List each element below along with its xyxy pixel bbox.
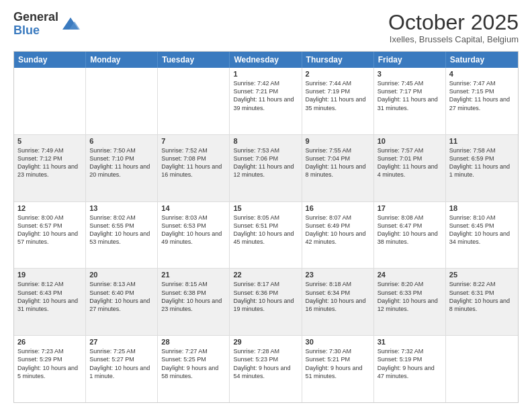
cal-week-1: 1Sunrise: 7:42 AM Sunset: 7:21 PM Daylig… [14,68,518,134]
calendar-body: 1Sunrise: 7:42 AM Sunset: 7:21 PM Daylig… [14,68,518,402]
day-content: Sunrise: 8:12 AM Sunset: 6:43 PM Dayligh… [17,280,82,313]
day-content: Sunrise: 7:58 AM Sunset: 6:59 PM Dayligh… [449,146,515,179]
day-number: 6 [89,137,154,145]
day-number: 18 [449,204,515,212]
cal-cell: 8Sunrise: 7:53 AM Sunset: 7:06 PM Daylig… [230,135,302,201]
cal-cell [158,68,230,134]
cal-cell: 18Sunrise: 8:10 AM Sunset: 6:45 PM Dayli… [446,202,518,269]
day-number: 19 [17,271,82,279]
logo: General Blue [13,11,80,38]
cal-week-5: 26Sunrise: 7:23 AM Sunset: 5:29 PM Dayli… [14,335,518,402]
day-content: Sunrise: 7:42 AM Sunset: 7:21 PM Dayligh… [233,79,298,112]
day-number: 3 [378,70,442,78]
day-content: Sunrise: 8:22 AM Sunset: 6:31 PM Dayligh… [449,280,515,313]
cal-header-thursday: Thursday [302,52,374,68]
cal-cell: 21Sunrise: 8:15 AM Sunset: 6:38 PM Dayli… [158,269,230,335]
day-content: Sunrise: 7:53 AM Sunset: 7:06 PM Dayligh… [233,146,298,179]
day-content: Sunrise: 8:07 AM Sunset: 6:49 PM Dayligh… [306,214,370,246]
day-number: 27 [89,338,154,346]
day-number: 29 [233,338,298,346]
cal-cell: 9Sunrise: 7:55 AM Sunset: 7:04 PM Daylig… [302,135,374,201]
cal-cell: 4Sunrise: 7:47 AM Sunset: 7:15 PM Daylig… [446,68,518,134]
cal-cell: 10Sunrise: 7:57 AM Sunset: 7:01 PM Dayli… [374,135,446,201]
cal-cell: 17Sunrise: 8:08 AM Sunset: 6:47 PM Dayli… [374,202,446,269]
day-content: Sunrise: 7:47 AM Sunset: 7:15 PM Dayligh… [449,79,515,112]
cal-cell: 11Sunrise: 7:58 AM Sunset: 6:59 PM Dayli… [446,135,518,201]
cal-cell: 3Sunrise: 7:45 AM Sunset: 7:17 PM Daylig… [374,68,446,134]
day-content: Sunrise: 7:30 AM Sunset: 5:21 PM Dayligh… [306,347,370,380]
day-number: 30 [306,338,370,346]
logo-blue: Blue [13,24,40,37]
day-number: 10 [378,137,442,145]
cal-header-friday: Friday [374,52,446,68]
cal-cell: 24Sunrise: 8:20 AM Sunset: 6:33 PM Dayli… [374,269,446,335]
logo-general: General [13,10,58,24]
cal-cell: 16Sunrise: 8:07 AM Sunset: 6:49 PM Dayli… [302,202,374,269]
day-content: Sunrise: 7:28 AM Sunset: 5:23 PM Dayligh… [233,347,298,380]
cal-week-4: 19Sunrise: 8:12 AM Sunset: 6:43 PM Dayli… [14,268,518,335]
month-title: October 2025 [388,11,519,34]
day-number: 16 [306,204,370,212]
logo-icon [61,15,80,34]
day-number: 1 [233,70,298,78]
day-number: 13 [89,204,154,212]
day-number: 31 [378,338,442,346]
day-content: Sunrise: 8:03 AM Sunset: 6:53 PM Dayligh… [161,214,226,246]
day-number: 15 [233,204,298,212]
cal-header-tuesday: Tuesday [158,52,230,68]
day-content: Sunrise: 8:05 AM Sunset: 6:51 PM Dayligh… [233,214,298,246]
day-content: Sunrise: 7:23 AM Sunset: 5:29 PM Dayligh… [17,347,82,380]
cal-cell: 6Sunrise: 7:50 AM Sunset: 7:10 PM Daylig… [86,135,158,201]
cal-cell: 23Sunrise: 8:18 AM Sunset: 6:34 PM Dayli… [302,269,374,335]
day-content: Sunrise: 8:18 AM Sunset: 6:34 PM Dayligh… [306,280,370,313]
day-number: 17 [378,204,442,212]
header: General Blue October 2025 Ixelles, Bruss… [13,11,519,44]
day-number: 23 [306,271,370,279]
day-content: Sunrise: 7:49 AM Sunset: 7:12 PM Dayligh… [17,146,82,179]
cal-cell [446,336,518,402]
cal-cell: 30Sunrise: 7:30 AM Sunset: 5:21 PM Dayli… [302,336,374,402]
cal-cell: 29Sunrise: 7:28 AM Sunset: 5:23 PM Dayli… [230,336,302,402]
cal-header-sunday: Sunday [14,52,86,68]
day-content: Sunrise: 7:32 AM Sunset: 5:19 PM Dayligh… [378,347,442,380]
day-number: 7 [161,137,226,145]
day-content: Sunrise: 7:55 AM Sunset: 7:04 PM Dayligh… [306,146,370,179]
cal-week-2: 5Sunrise: 7:49 AM Sunset: 7:12 PM Daylig… [14,134,518,201]
day-number: 5 [17,137,82,145]
cal-header-saturday: Saturday [446,52,518,68]
cal-cell: 31Sunrise: 7:32 AM Sunset: 5:19 PM Dayli… [374,336,446,402]
day-content: Sunrise: 8:08 AM Sunset: 6:47 PM Dayligh… [378,214,442,246]
cal-cell: 1Sunrise: 7:42 AM Sunset: 7:21 PM Daylig… [230,68,302,134]
cal-cell: 22Sunrise: 8:17 AM Sunset: 6:36 PM Dayli… [230,269,302,335]
cal-cell: 27Sunrise: 7:25 AM Sunset: 5:27 PM Dayli… [86,336,158,402]
day-number: 11 [449,137,515,145]
location: Ixelles, Brussels Capital, Belgium [388,34,519,44]
day-content: Sunrise: 7:44 AM Sunset: 7:19 PM Dayligh… [306,79,370,112]
day-content: Sunrise: 8:13 AM Sunset: 6:40 PM Dayligh… [89,280,154,313]
day-number: 21 [161,271,226,279]
day-number: 22 [233,271,298,279]
cal-header-monday: Monday [86,52,158,68]
cal-cell [86,68,158,134]
cal-cell: 12Sunrise: 8:00 AM Sunset: 6:57 PM Dayli… [14,202,86,269]
cal-cell: 7Sunrise: 7:52 AM Sunset: 7:08 PM Daylig… [158,135,230,201]
day-number: 12 [17,204,82,212]
day-content: Sunrise: 7:52 AM Sunset: 7:08 PM Dayligh… [161,146,226,179]
cal-cell: 19Sunrise: 8:12 AM Sunset: 6:43 PM Dayli… [14,269,86,335]
cal-cell: 28Sunrise: 7:27 AM Sunset: 5:25 PM Dayli… [158,336,230,402]
cal-cell: 2Sunrise: 7:44 AM Sunset: 7:19 PM Daylig… [302,68,374,134]
day-content: Sunrise: 8:20 AM Sunset: 6:33 PM Dayligh… [378,280,442,313]
cal-cell: 20Sunrise: 8:13 AM Sunset: 6:40 PM Dayli… [86,269,158,335]
day-number: 9 [306,137,370,145]
calendar: SundayMondayTuesdayWednesdayThursdayFrid… [13,51,519,403]
cal-header-wednesday: Wednesday [230,52,302,68]
cal-cell: 5Sunrise: 7:49 AM Sunset: 7:12 PM Daylig… [14,135,86,201]
day-content: Sunrise: 8:02 AM Sunset: 6:55 PM Dayligh… [89,214,154,246]
day-content: Sunrise: 8:00 AM Sunset: 6:57 PM Dayligh… [17,214,82,246]
cal-cell: 15Sunrise: 8:05 AM Sunset: 6:51 PM Dayli… [230,202,302,269]
cal-cell [14,68,86,134]
calendar-header: SundayMondayTuesdayWednesdayThursdayFrid… [14,52,518,68]
cal-week-3: 12Sunrise: 8:00 AM Sunset: 6:57 PM Dayli… [14,201,518,269]
day-number: 2 [306,70,370,78]
cal-cell: 25Sunrise: 8:22 AM Sunset: 6:31 PM Dayli… [446,269,518,335]
